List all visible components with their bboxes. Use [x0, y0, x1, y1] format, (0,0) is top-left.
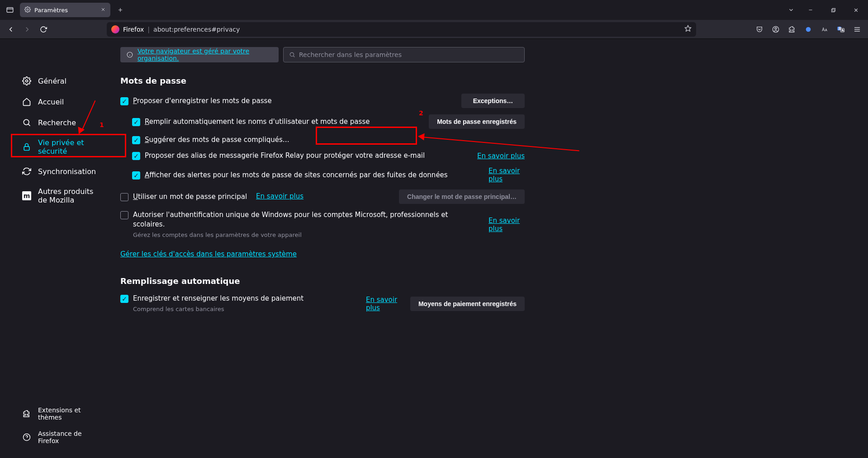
svg-rect-2	[832, 8, 835, 11]
translate-icon[interactable]: 文A	[834, 22, 848, 37]
checkbox-primary-password[interactable]	[120, 193, 128, 201]
learn-more-link[interactable]: En savoir plus	[489, 217, 525, 233]
tab-overview-icon[interactable]	[4, 4, 16, 16]
sidebar-item-privacy[interactable]: Vie privée et sécurité	[0, 133, 109, 161]
pocket-icon[interactable]	[752, 22, 767, 37]
sidebar-item-home[interactable]: Accueil	[0, 91, 109, 112]
svg-point-21	[290, 52, 294, 56]
sidebar-item-search[interactable]: Recherche	[0, 112, 109, 133]
sidebar-item-label: Synchronisation	[38, 167, 96, 176]
opt-save-label: roposer d'enregistrer les mots de passe	[137, 97, 272, 105]
sidebar-item-label: Vie privée et sécurité	[38, 138, 100, 156]
annotation-arrowhead-2	[417, 132, 424, 140]
help-icon	[22, 432, 32, 442]
mozilla-icon: m	[22, 191, 32, 201]
maximize-button[interactable]	[823, 0, 844, 20]
exceptions-button[interactable]: Exceptions…	[461, 94, 525, 108]
opt-breach-label: fficher des alertes pour les mots de pas…	[149, 171, 447, 179]
org-link[interactable]: Votre navigateur est géré par votre orga…	[138, 47, 272, 62]
minimize-button[interactable]	[800, 0, 821, 20]
font-size-icon[interactable]	[817, 22, 832, 37]
checkbox-save-payment[interactable]	[120, 295, 128, 303]
reload-button[interactable]	[36, 22, 51, 37]
svg-marker-4	[685, 25, 691, 31]
checkbox-breach[interactable]	[132, 171, 140, 179]
url-brand: Firefox	[123, 26, 144, 33]
learn-more-link[interactable]: En savoir plus	[477, 152, 525, 160]
home-icon	[22, 97, 32, 107]
opt-primary-label: tiliser un mot de passe principal	[138, 193, 247, 201]
sidebar: Général Accueil Recherche Vie privée et …	[0, 39, 109, 458]
sidebar-item-label: Extensions et thèmes	[38, 406, 100, 421]
search-settings-input[interactable]: Rechercher dans les paramètres	[283, 47, 525, 62]
tab-list-chevron-icon[interactable]	[784, 0, 798, 20]
opt-payment-label: Enregistrer et renseigner les moyens de …	[133, 294, 358, 303]
forward-button[interactable]	[20, 22, 34, 37]
addon-icon[interactable]	[801, 22, 816, 37]
learn-more-link[interactable]: En savoir plus	[366, 296, 402, 312]
tab-title: Paramètres	[34, 7, 68, 14]
sync-icon	[22, 166, 32, 176]
saved-passwords-button[interactable]: Mots de passe enregistrés	[429, 114, 525, 129]
sidebar-item-general[interactable]: Général	[0, 71, 109, 91]
nav-toolbar: Firefox | about:preferences#privacy 文A	[0, 20, 868, 39]
extensions-icon[interactable]	[785, 22, 799, 37]
svg-line-22	[293, 56, 294, 57]
change-primary-password-button[interactable]: Changer le mot de passe principal…	[399, 189, 525, 204]
checkbox-autofill[interactable]	[132, 118, 140, 126]
account-icon[interactable]	[768, 22, 783, 37]
svg-rect-15	[24, 146, 29, 150]
section-title-passwords: Mots de passe	[120, 76, 525, 85]
sidebar-item-label: Accueil	[38, 98, 64, 106]
sidebar-item-label: Recherche	[38, 118, 76, 127]
close-icon[interactable]	[100, 7, 106, 14]
opt-relay-label: Proposer des alias de messagerie Firefox…	[145, 151, 469, 161]
back-button[interactable]	[4, 22, 18, 37]
main-panel: Votre navigateur est géré par votre orga…	[109, 39, 525, 458]
checkbox-windows-sso[interactable]	[120, 211, 128, 219]
svg-rect-0	[7, 8, 13, 13]
title-bar: Paramètres	[0, 0, 868, 20]
opt-sso-sublabel: Gérez les comptes dans les paramètres de…	[133, 231, 480, 239]
learn-more-link[interactable]: En savoir plus	[256, 192, 304, 200]
gear-icon	[22, 76, 32, 86]
search-placeholder: Rechercher dans les paramètres	[299, 51, 402, 58]
close-window-button[interactable]	[845, 0, 866, 20]
firefox-icon	[111, 25, 119, 33]
checkbox-relay[interactable]	[132, 152, 140, 160]
url-address: about:preferences#privacy	[153, 26, 681, 33]
search-icon	[289, 52, 295, 58]
sidebar-item-label: Assistance de Firefox	[38, 430, 100, 444]
puzzle-icon	[22, 409, 32, 419]
opt-sso-label: Autoriser l'authentification unique de W…	[133, 210, 480, 229]
tab-active[interactable]: Paramètres	[20, 3, 110, 17]
bookmark-star-icon[interactable]	[684, 25, 692, 33]
svg-rect-3	[831, 9, 834, 12]
svg-point-12	[26, 80, 28, 82]
svg-point-7	[806, 27, 811, 32]
svg-point-1	[27, 9, 28, 10]
manage-passkeys-link[interactable]: Gérer les clés d'accès dans les paramètr…	[120, 250, 297, 258]
sidebar-item-help[interactable]: Assistance de Firefox	[0, 425, 109, 449]
sidebar-item-label: Général	[38, 77, 66, 85]
checkbox-suggest-strong[interactable]	[132, 136, 140, 144]
svg-text:A: A	[842, 28, 844, 31]
sidebar-item-extensions[interactable]: Extensions et thèmes	[0, 402, 109, 425]
learn-more-link[interactable]: En savoir plus	[489, 167, 525, 183]
gear-icon	[24, 6, 31, 14]
search-icon	[22, 118, 32, 127]
svg-line-14	[28, 124, 30, 126]
section-title-autofill: Remplissage automatique	[120, 276, 525, 286]
opt-suggest-label: uggérer des mots de passe compliqués…	[149, 136, 289, 144]
annotation-number-1: 1	[100, 121, 104, 128]
url-bar[interactable]: Firefox | about:preferences#privacy	[107, 22, 696, 37]
saved-payment-button[interactable]: Moyens de paiement enregistrés	[410, 297, 525, 311]
sidebar-item-sync[interactable]: Synchronisation	[0, 161, 109, 182]
hamburger-menu-icon[interactable]	[850, 22, 864, 37]
opt-payment-sublabel: Comprend les cartes bancaires	[133, 305, 358, 313]
new-tab-button[interactable]	[113, 3, 128, 17]
checkbox-save-passwords[interactable]	[120, 97, 128, 105]
sidebar-item-mozilla[interactable]: m Autres produits de Mozilla	[0, 182, 109, 210]
opt-autofill-label: emplir automatiquement les noms d'utilis…	[149, 118, 370, 126]
org-managed-banner: Votre navigateur est géré par votre orga…	[120, 47, 279, 62]
